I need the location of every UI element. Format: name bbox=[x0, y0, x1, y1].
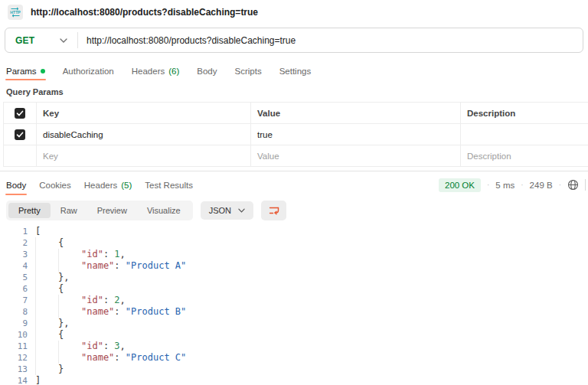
tab-scripts[interactable]: Scripts bbox=[235, 61, 262, 80]
line-number: 10 bbox=[0, 329, 35, 341]
tab-params[interactable]: Params bbox=[6, 61, 45, 80]
line-number: 12 bbox=[0, 352, 35, 364]
method-label: GET bbox=[15, 35, 34, 46]
token: "name" bbox=[81, 260, 114, 271]
response-size[interactable]: 249 B bbox=[530, 181, 553, 190]
indent-guide bbox=[35, 237, 58, 249]
token: "Product A" bbox=[126, 260, 186, 271]
indent-guide bbox=[35, 260, 58, 272]
tab-label: Headers bbox=[132, 67, 165, 76]
line-number: 9 bbox=[0, 318, 35, 329]
divider bbox=[585, 179, 586, 191]
tab-test-results[interactable]: Test Results bbox=[145, 171, 193, 198]
line-number: 1 bbox=[0, 226, 35, 237]
tab-settings[interactable]: Settings bbox=[279, 61, 312, 80]
code-line: 3"id": 1, bbox=[0, 249, 588, 260]
line-number: 13 bbox=[0, 364, 35, 375]
tab-cookies[interactable]: Cookies bbox=[39, 171, 71, 198]
column-header-description: Description bbox=[460, 103, 588, 123]
line-number: 2 bbox=[0, 237, 35, 249]
code-line: 12"name": "Product C" bbox=[0, 352, 588, 364]
response-header: BodyCookiesHeaders(5)Test Results 200 OK… bbox=[0, 171, 588, 198]
param-key-placeholder[interactable]: Key bbox=[36, 145, 250, 166]
token: : bbox=[114, 306, 125, 317]
tab-label: Body bbox=[197, 67, 217, 76]
line-number: 4 bbox=[0, 260, 35, 272]
indent-guide bbox=[35, 306, 58, 318]
code-line: 4"name": "Product A" bbox=[0, 260, 588, 272]
line-content: "name": "Product A" bbox=[35, 260, 186, 272]
status-badge[interactable]: 200 OK bbox=[439, 178, 481, 192]
line-content: [ bbox=[35, 226, 41, 237]
svg-text:HTTP: HTTP bbox=[10, 10, 21, 15]
token: 3 bbox=[114, 341, 119, 351]
token: [ bbox=[35, 226, 41, 237]
token: "id" bbox=[81, 295, 103, 305]
line-content: "id": 2, bbox=[35, 295, 126, 306]
line-number: 11 bbox=[0, 341, 35, 352]
tab-body[interactable]: Body bbox=[6, 171, 26, 198]
format-label: JSON bbox=[209, 206, 231, 215]
line-content: "name": "Product C" bbox=[35, 352, 186, 364]
indent-guide bbox=[58, 260, 81, 272]
tab-label: Authorization bbox=[63, 67, 114, 76]
line-content: } bbox=[35, 364, 64, 375]
table-row-empty: Key Value Description bbox=[3, 145, 588, 167]
tab-headers[interactable]: Headers(5) bbox=[84, 171, 132, 198]
row-checkbox[interactable] bbox=[15, 129, 25, 140]
tab-headers[interactable]: Headers(6) bbox=[132, 61, 180, 80]
param-key-cell[interactable]: disableCaching bbox=[36, 124, 250, 145]
chevron-down-icon bbox=[60, 38, 67, 43]
method-selector[interactable]: GET bbox=[5, 35, 77, 46]
token: "id" bbox=[81, 249, 103, 259]
response-body-editor[interactable]: 1[2{3"id": 1,4"name": "Product A"5},6{7"… bbox=[0, 226, 588, 385]
view-mode-visualize[interactable]: Visualize bbox=[137, 203, 191, 218]
globe-icon[interactable] bbox=[567, 179, 579, 191]
request-url-bar: GET bbox=[5, 28, 583, 53]
request-tab-header[interactable]: HTTP http://localhost:8080/products?disa… bbox=[0, 0, 588, 21]
wrap-line-button[interactable] bbox=[261, 201, 286, 220]
view-mode-pretty[interactable]: Pretty bbox=[8, 203, 51, 218]
param-value-cell[interactable]: true bbox=[250, 124, 460, 145]
tab-label: Test Results bbox=[145, 181, 193, 190]
format-dropdown[interactable]: JSON bbox=[201, 201, 253, 220]
indent-guide bbox=[58, 249, 81, 260]
indent-guide bbox=[35, 283, 58, 295]
line-number: 8 bbox=[0, 306, 35, 318]
param-value-placeholder[interactable]: Value bbox=[250, 145, 460, 166]
indent-guide bbox=[35, 295, 58, 306]
param-description-cell[interactable] bbox=[460, 124, 588, 145]
token: 2 bbox=[114, 295, 119, 305]
token: , bbox=[120, 295, 126, 305]
token: : bbox=[103, 341, 114, 351]
indent-guide bbox=[35, 318, 58, 329]
tab-body[interactable]: Body bbox=[197, 61, 217, 80]
tab-authorization[interactable]: Authorization bbox=[63, 61, 114, 80]
indent-guide bbox=[35, 352, 58, 364]
token: ] bbox=[35, 375, 41, 385]
line-number: 5 bbox=[0, 272, 35, 283]
view-mode-raw[interactable]: Raw bbox=[51, 203, 87, 218]
select-all-checkbox[interactable] bbox=[15, 108, 25, 119]
chevron-down-icon bbox=[238, 208, 245, 213]
url-input[interactable] bbox=[78, 35, 583, 46]
param-description-placeholder[interactable]: Description bbox=[460, 145, 588, 166]
token: "name" bbox=[81, 306, 114, 317]
token: }, bbox=[58, 272, 69, 282]
indent-guide bbox=[58, 306, 81, 318]
check-icon bbox=[16, 109, 24, 117]
code-line: 5}, bbox=[0, 272, 588, 283]
view-mode-preview[interactable]: Preview bbox=[87, 203, 137, 218]
token: : bbox=[114, 352, 125, 363]
line-content: ] bbox=[35, 375, 41, 385]
line-number: 7 bbox=[0, 295, 35, 306]
response-tabs: BodyCookiesHeaders(5)Test Results bbox=[6, 171, 193, 198]
indent-guide bbox=[35, 341, 58, 352]
line-content: "id": 3, bbox=[35, 341, 126, 352]
wrap-line-icon bbox=[268, 204, 280, 217]
response-time[interactable]: 5 ms bbox=[495, 181, 514, 190]
tab-count: (5) bbox=[121, 181, 132, 190]
tab-title: http://localhost:8080/products?disableCa… bbox=[31, 7, 258, 18]
row-checkbox-cell bbox=[3, 145, 36, 166]
token: } bbox=[58, 364, 64, 374]
